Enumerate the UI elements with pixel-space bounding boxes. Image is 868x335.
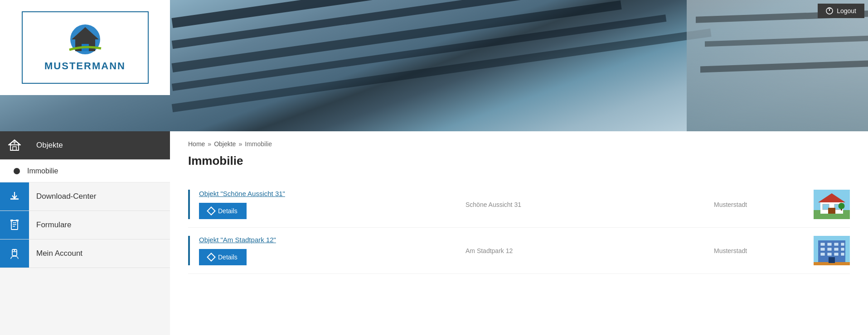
svg-rect-32 bbox=[820, 243, 825, 246]
svg-rect-43 bbox=[841, 253, 844, 256]
sidebar: Objekte Immobilie Download-Center bbox=[0, 131, 170, 335]
objekte-icon bbox=[0, 131, 29, 159]
property-city-2: Musterstadt bbox=[714, 247, 805, 254]
property-info-1: Objekt "Schöne Aussicht 31" Details bbox=[199, 190, 447, 219]
sidebar-item-objekte[interactable]: Objekte bbox=[0, 131, 170, 160]
svg-rect-16 bbox=[10, 220, 13, 221]
logout-button[interactable]: Logout bbox=[818, 4, 864, 18]
property-address-1: Schöne Aussicht 31 bbox=[466, 201, 714, 208]
sidebar-sublabel-immobilie: Immobilie bbox=[27, 167, 58, 175]
sidebar-label-objekte: Objekte bbox=[29, 141, 63, 150]
property-list: Objekt "Schöne Aussicht 31" Details Schö… bbox=[188, 182, 850, 274]
breadcrumb: Home » Objekte » Immobilie bbox=[188, 140, 850, 148]
svg-rect-38 bbox=[834, 248, 839, 251]
account-icon bbox=[0, 239, 29, 268]
details-diamond-icon-2 bbox=[207, 253, 216, 262]
sidebar-label-mein-account: Mein Account bbox=[29, 249, 82, 258]
svg-rect-36 bbox=[820, 248, 825, 251]
property-item-2: Objekt "Am Stadtpark 12" Details Am Stad… bbox=[188, 228, 850, 274]
svg-rect-39 bbox=[841, 248, 844, 251]
breadcrumb-objekte[interactable]: Objekte bbox=[214, 140, 236, 148]
property-link-1[interactable]: Objekt "Schöne Aussicht 31" bbox=[199, 190, 447, 197]
sidebar-item-formulare[interactable]: Formulare bbox=[0, 211, 170, 239]
property-border-2 bbox=[188, 236, 190, 265]
logo-svg bbox=[63, 24, 108, 57]
details-button-2[interactable]: Details bbox=[199, 249, 247, 265]
svg-rect-45 bbox=[829, 257, 835, 263]
property-item-1: Objekt "Schöne Aussicht 31" Details Schö… bbox=[188, 182, 850, 228]
property-city-1: Musterstadt bbox=[714, 201, 805, 208]
details-label-1: Details bbox=[218, 207, 238, 215]
property-link-2[interactable]: Objekt "Am Stadtpark 12" bbox=[199, 236, 447, 244]
formulare-icon bbox=[0, 211, 29, 239]
content-area: Home » Objekte » Immobilie Immobilie Obj… bbox=[170, 131, 868, 335]
logo-box: MUSTERMANN bbox=[0, 0, 170, 95]
details-button-1[interactable]: Details bbox=[199, 203, 247, 219]
property-address-2: Am Stadtpark 12 bbox=[466, 247, 714, 254]
property-border-1 bbox=[188, 190, 190, 219]
breadcrumb-sep2: » bbox=[238, 140, 242, 148]
property-thumb-2 bbox=[814, 236, 850, 265]
details-label-2: Details bbox=[218, 254, 238, 261]
svg-rect-42 bbox=[834, 253, 839, 256]
header: MUSTERMANN Logout bbox=[0, 0, 868, 131]
svg-rect-34 bbox=[834, 243, 839, 246]
sidebar-item-download[interactable]: Download-Center bbox=[0, 182, 170, 211]
breadcrumb-sep1: » bbox=[208, 140, 211, 148]
sidebar-item-mein-account[interactable]: Mein Account bbox=[0, 239, 170, 268]
svg-rect-40 bbox=[820, 253, 825, 256]
logo-inner: MUSTERMANN bbox=[22, 11, 149, 84]
logout-icon bbox=[826, 7, 833, 14]
sidebar-label-download: Download-Center bbox=[29, 192, 96, 201]
property-info-2: Objekt "Am Stadtpark 12" Details bbox=[199, 236, 447, 265]
svg-rect-35 bbox=[841, 243, 844, 246]
details-diamond-icon bbox=[207, 206, 216, 215]
page-title: Immobilie bbox=[188, 154, 850, 168]
breadcrumb-home[interactable]: Home bbox=[188, 140, 205, 148]
svg-rect-33 bbox=[827, 243, 832, 246]
logout-label: Logout bbox=[837, 7, 856, 14]
main-layout: Objekte Immobilie Download-Center bbox=[0, 131, 868, 335]
sub-dot-immobilie bbox=[14, 168, 20, 174]
svg-rect-12 bbox=[11, 220, 18, 230]
svg-rect-8 bbox=[13, 147, 16, 150]
svg-rect-41 bbox=[827, 253, 832, 256]
property-thumb-1 bbox=[814, 190, 850, 219]
logo-text: MUSTERMANN bbox=[44, 60, 126, 72]
sidebar-sub-immobilie[interactable]: Immobilie bbox=[0, 160, 170, 182]
sidebar-label-formulare: Formulare bbox=[29, 220, 71, 230]
svg-point-20 bbox=[14, 250, 15, 251]
svg-rect-37 bbox=[827, 248, 832, 251]
breadcrumb-current: Immobilie bbox=[245, 140, 272, 148]
svg-rect-25 bbox=[823, 204, 829, 210]
svg-rect-17 bbox=[16, 220, 19, 221]
download-icon bbox=[0, 182, 29, 211]
svg-rect-27 bbox=[828, 208, 835, 214]
svg-point-29 bbox=[839, 203, 845, 209]
